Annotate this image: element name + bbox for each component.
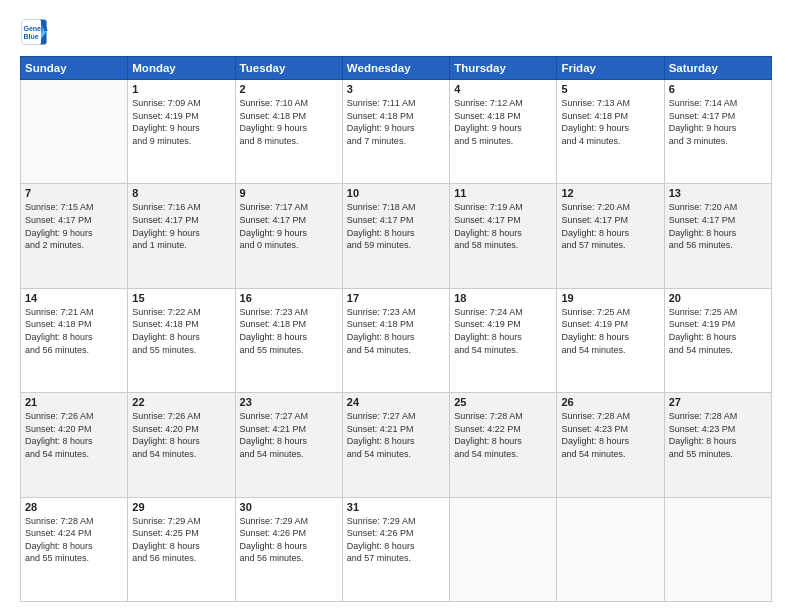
calendar-cell: 24Sunrise: 7:27 AM Sunset: 4:21 PM Dayli… — [342, 393, 449, 497]
calendar-cell: 26Sunrise: 7:28 AM Sunset: 4:23 PM Dayli… — [557, 393, 664, 497]
day-number: 27 — [669, 396, 767, 408]
cell-info: Sunrise: 7:13 AM Sunset: 4:18 PM Dayligh… — [561, 97, 659, 147]
week-row-1: 7Sunrise: 7:15 AM Sunset: 4:17 PM Daylig… — [21, 184, 772, 288]
calendar-cell: 14Sunrise: 7:21 AM Sunset: 4:18 PM Dayli… — [21, 288, 128, 392]
day-number: 2 — [240, 83, 338, 95]
day-number: 11 — [454, 187, 552, 199]
calendar-cell: 19Sunrise: 7:25 AM Sunset: 4:19 PM Dayli… — [557, 288, 664, 392]
calendar-cell — [21, 80, 128, 184]
cell-info: Sunrise: 7:24 AM Sunset: 4:19 PM Dayligh… — [454, 306, 552, 356]
day-number: 4 — [454, 83, 552, 95]
weekday-saturday: Saturday — [664, 57, 771, 80]
weekday-tuesday: Tuesday — [235, 57, 342, 80]
calendar-cell: 31Sunrise: 7:29 AM Sunset: 4:26 PM Dayli… — [342, 497, 449, 601]
cell-info: Sunrise: 7:29 AM Sunset: 4:26 PM Dayligh… — [347, 515, 445, 565]
day-number: 8 — [132, 187, 230, 199]
cell-info: Sunrise: 7:23 AM Sunset: 4:18 PM Dayligh… — [347, 306, 445, 356]
day-number: 29 — [132, 501, 230, 513]
page: General Blue SundayMondayTuesdayWednesda… — [0, 0, 792, 612]
calendar-cell: 28Sunrise: 7:28 AM Sunset: 4:24 PM Dayli… — [21, 497, 128, 601]
calendar-cell: 12Sunrise: 7:20 AM Sunset: 4:17 PM Dayli… — [557, 184, 664, 288]
week-row-2: 14Sunrise: 7:21 AM Sunset: 4:18 PM Dayli… — [21, 288, 772, 392]
day-number: 31 — [347, 501, 445, 513]
day-number: 7 — [25, 187, 123, 199]
weekday-header-row: SundayMondayTuesdayWednesdayThursdayFrid… — [21, 57, 772, 80]
logo-icon: General Blue — [20, 18, 48, 46]
calendar-cell: 1Sunrise: 7:09 AM Sunset: 4:19 PM Daylig… — [128, 80, 235, 184]
calendar-cell: 29Sunrise: 7:29 AM Sunset: 4:25 PM Dayli… — [128, 497, 235, 601]
calendar-cell: 25Sunrise: 7:28 AM Sunset: 4:22 PM Dayli… — [450, 393, 557, 497]
calendar-cell: 22Sunrise: 7:26 AM Sunset: 4:20 PM Dayli… — [128, 393, 235, 497]
day-number: 18 — [454, 292, 552, 304]
day-number: 21 — [25, 396, 123, 408]
calendar-cell: 23Sunrise: 7:27 AM Sunset: 4:21 PM Dayli… — [235, 393, 342, 497]
calendar-cell: 11Sunrise: 7:19 AM Sunset: 4:17 PM Dayli… — [450, 184, 557, 288]
cell-info: Sunrise: 7:25 AM Sunset: 4:19 PM Dayligh… — [561, 306, 659, 356]
day-number: 9 — [240, 187, 338, 199]
calendar-cell: 4Sunrise: 7:12 AM Sunset: 4:18 PM Daylig… — [450, 80, 557, 184]
day-number: 12 — [561, 187, 659, 199]
day-number: 28 — [25, 501, 123, 513]
svg-text:Blue: Blue — [24, 33, 39, 40]
cell-info: Sunrise: 7:18 AM Sunset: 4:17 PM Dayligh… — [347, 201, 445, 251]
day-number: 15 — [132, 292, 230, 304]
cell-info: Sunrise: 7:10 AM Sunset: 4:18 PM Dayligh… — [240, 97, 338, 147]
cell-info: Sunrise: 7:11 AM Sunset: 4:18 PM Dayligh… — [347, 97, 445, 147]
calendar-cell: 3Sunrise: 7:11 AM Sunset: 4:18 PM Daylig… — [342, 80, 449, 184]
calendar-cell: 13Sunrise: 7:20 AM Sunset: 4:17 PM Dayli… — [664, 184, 771, 288]
cell-info: Sunrise: 7:09 AM Sunset: 4:19 PM Dayligh… — [132, 97, 230, 147]
day-number: 1 — [132, 83, 230, 95]
cell-info: Sunrise: 7:23 AM Sunset: 4:18 PM Dayligh… — [240, 306, 338, 356]
day-number: 24 — [347, 396, 445, 408]
cell-info: Sunrise: 7:28 AM Sunset: 4:24 PM Dayligh… — [25, 515, 123, 565]
cell-info: Sunrise: 7:28 AM Sunset: 4:23 PM Dayligh… — [561, 410, 659, 460]
calendar-cell: 27Sunrise: 7:28 AM Sunset: 4:23 PM Dayli… — [664, 393, 771, 497]
calendar-cell: 7Sunrise: 7:15 AM Sunset: 4:17 PM Daylig… — [21, 184, 128, 288]
cell-info: Sunrise: 7:28 AM Sunset: 4:22 PM Dayligh… — [454, 410, 552, 460]
calendar-cell: 2Sunrise: 7:10 AM Sunset: 4:18 PM Daylig… — [235, 80, 342, 184]
day-number: 23 — [240, 396, 338, 408]
calendar-cell: 15Sunrise: 7:22 AM Sunset: 4:18 PM Dayli… — [128, 288, 235, 392]
day-number: 30 — [240, 501, 338, 513]
day-number: 16 — [240, 292, 338, 304]
cell-info: Sunrise: 7:25 AM Sunset: 4:19 PM Dayligh… — [669, 306, 767, 356]
week-row-4: 28Sunrise: 7:28 AM Sunset: 4:24 PM Dayli… — [21, 497, 772, 601]
calendar-cell: 18Sunrise: 7:24 AM Sunset: 4:19 PM Dayli… — [450, 288, 557, 392]
calendar-cell: 21Sunrise: 7:26 AM Sunset: 4:20 PM Dayli… — [21, 393, 128, 497]
weekday-monday: Monday — [128, 57, 235, 80]
header: General Blue — [20, 18, 772, 46]
cell-info: Sunrise: 7:20 AM Sunset: 4:17 PM Dayligh… — [669, 201, 767, 251]
cell-info: Sunrise: 7:14 AM Sunset: 4:17 PM Dayligh… — [669, 97, 767, 147]
cell-info: Sunrise: 7:28 AM Sunset: 4:23 PM Dayligh… — [669, 410, 767, 460]
weekday-sunday: Sunday — [21, 57, 128, 80]
calendar-cell: 16Sunrise: 7:23 AM Sunset: 4:18 PM Dayli… — [235, 288, 342, 392]
cell-info: Sunrise: 7:19 AM Sunset: 4:17 PM Dayligh… — [454, 201, 552, 251]
week-row-3: 21Sunrise: 7:26 AM Sunset: 4:20 PM Dayli… — [21, 393, 772, 497]
cell-info: Sunrise: 7:29 AM Sunset: 4:26 PM Dayligh… — [240, 515, 338, 565]
cell-info: Sunrise: 7:17 AM Sunset: 4:17 PM Dayligh… — [240, 201, 338, 251]
calendar-cell: 8Sunrise: 7:16 AM Sunset: 4:17 PM Daylig… — [128, 184, 235, 288]
calendar-cell — [450, 497, 557, 601]
svg-text:General: General — [24, 25, 49, 32]
cell-info: Sunrise: 7:12 AM Sunset: 4:18 PM Dayligh… — [454, 97, 552, 147]
calendar-cell — [664, 497, 771, 601]
day-number: 13 — [669, 187, 767, 199]
day-number: 22 — [132, 396, 230, 408]
logo: General Blue — [20, 18, 48, 46]
calendar-cell: 30Sunrise: 7:29 AM Sunset: 4:26 PM Dayli… — [235, 497, 342, 601]
cell-info: Sunrise: 7:29 AM Sunset: 4:25 PM Dayligh… — [132, 515, 230, 565]
cell-info: Sunrise: 7:27 AM Sunset: 4:21 PM Dayligh… — [240, 410, 338, 460]
calendar-cell: 5Sunrise: 7:13 AM Sunset: 4:18 PM Daylig… — [557, 80, 664, 184]
day-number: 3 — [347, 83, 445, 95]
cell-info: Sunrise: 7:15 AM Sunset: 4:17 PM Dayligh… — [25, 201, 123, 251]
weekday-thursday: Thursday — [450, 57, 557, 80]
cell-info: Sunrise: 7:26 AM Sunset: 4:20 PM Dayligh… — [25, 410, 123, 460]
day-number: 6 — [669, 83, 767, 95]
calendar-cell: 6Sunrise: 7:14 AM Sunset: 4:17 PM Daylig… — [664, 80, 771, 184]
day-number: 17 — [347, 292, 445, 304]
day-number: 19 — [561, 292, 659, 304]
calendar-cell: 10Sunrise: 7:18 AM Sunset: 4:17 PM Dayli… — [342, 184, 449, 288]
day-number: 5 — [561, 83, 659, 95]
calendar-cell: 17Sunrise: 7:23 AM Sunset: 4:18 PM Dayli… — [342, 288, 449, 392]
weekday-wednesday: Wednesday — [342, 57, 449, 80]
